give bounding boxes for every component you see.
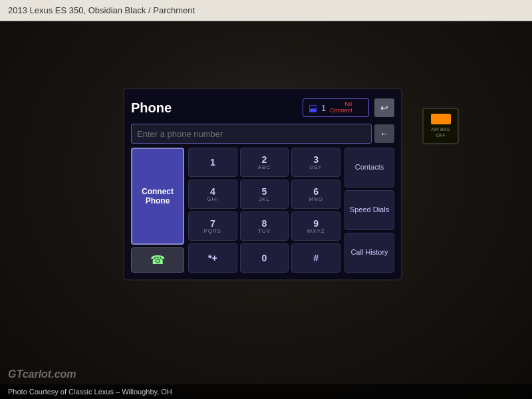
right-column: ContactsSpeed DialsCall History: [344, 148, 394, 273]
watermark: GTcarlot.com: [8, 368, 76, 380]
numpad-key-9[interactable]: 9WXYZ: [291, 211, 340, 241]
screen-display: Phone ⬓ 1 No Connect ↩ ←: [123, 88, 402, 281]
photo-area: Phone ⬓ 1 No Connect ↩ ←: [0, 21, 532, 399]
numpad-key-8[interactable]: 8TUV: [240, 211, 289, 241]
phone-number-input[interactable]: [131, 124, 372, 144]
numpad-key-0[interactable]: 0: [240, 243, 289, 273]
backspace-button[interactable]: ←: [374, 124, 394, 143]
numpad-key-x[interactable]: #: [291, 243, 340, 273]
keypad-area: Connect Phone ☎ 12ABC3DEF4GHI5JKL6MNO7PQ…: [131, 148, 394, 273]
call-button[interactable]: ☎: [131, 247, 184, 273]
numpad-key-2[interactable]: 2ABC: [240, 148, 289, 177]
numpad-key-4[interactable]: 4GHI: [188, 180, 237, 209]
back-button[interactable]: ↩: [374, 98, 394, 117]
numpad: 12ABC3DEF4GHI5JKL6MNO7PQRS8TUV9WXYZ*+0#: [188, 148, 340, 273]
numpad-key-3[interactable]: 3DEF: [291, 148, 340, 177]
screen-header: Phone ⬓ 1 No Connect ↩: [131, 96, 394, 120]
phone-input-row: ←: [131, 124, 394, 144]
airbag-light: [431, 114, 451, 124]
side-btn-speed-dials[interactable]: Speed Dials: [344, 190, 394, 230]
page-title: 2013 Lexus ES 350, Obsidian Black / Parc…: [8, 5, 195, 15]
bluetooth-status-box: ⬓ 1 No Connect: [303, 98, 369, 117]
airbag-indicator: AIR BAGOFF: [422, 108, 459, 144]
numpad-key-5[interactable]: 5JKL: [240, 180, 289, 209]
top-bar: 2013 Lexus ES 350, Obsidian Black / Parc…: [0, 0, 532, 21]
numpad-key-xx[interactable]: *+: [188, 243, 237, 273]
caption-text: Photo Courtesy of Classic Lexus – Willou…: [8, 388, 172, 396]
no-connect-status: No Connect: [330, 101, 352, 114]
numpad-key-1[interactable]: 1: [188, 148, 237, 177]
left-column: Connect Phone ☎: [131, 148, 184, 273]
numpad-key-6[interactable]: 6MNO: [291, 180, 340, 209]
side-btn-call-history[interactable]: Call History: [344, 233, 394, 273]
numpad-key-7[interactable]: 7PQRS: [188, 211, 237, 241]
connect-phone-button[interactable]: Connect Phone: [131, 148, 184, 245]
side-btn-contacts[interactable]: Contacts: [344, 148, 394, 188]
phone-title: Phone: [131, 100, 172, 116]
bluetooth-icon: ⬓: [309, 102, 317, 113]
bluetooth-number: 1: [321, 103, 326, 113]
airbag-label: AIR BAGOFF: [431, 127, 450, 138]
infotainment-screen: Phone ⬓ 1 No Connect ↩ ←: [123, 88, 402, 281]
caption-bar: Photo Courtesy of Classic Lexus – Willou…: [0, 384, 532, 399]
